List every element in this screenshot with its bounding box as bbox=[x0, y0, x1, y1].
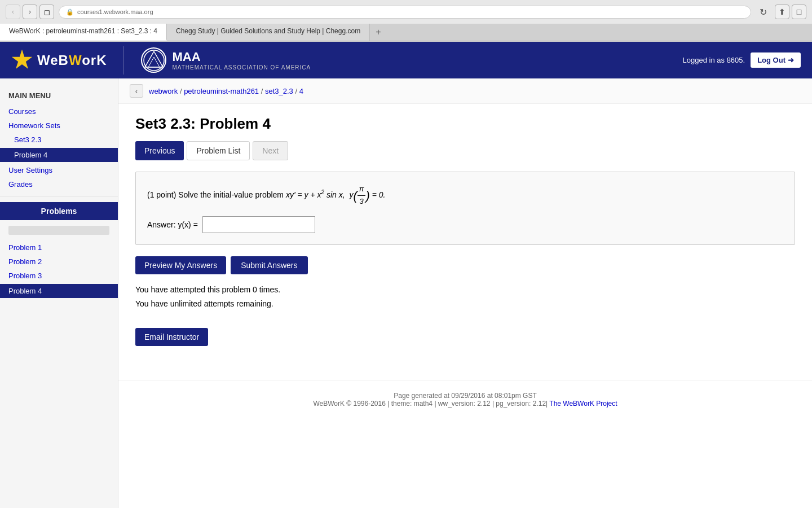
answer-row: Answer: y(x) = bbox=[147, 216, 783, 233]
browser-toolbar: ‹ › ◻ 🔒 courses1.webwork.maa.org ↻ ⬆ □ bbox=[0, 0, 812, 24]
preview-answers-button[interactable]: Preview My Answers bbox=[135, 256, 226, 274]
problems-header: Problems bbox=[0, 202, 118, 220]
sidebar-item-grades[interactable]: Grades bbox=[0, 177, 118, 191]
footer-line1: Page generated at 09/29/2016 at 08:01pm … bbox=[130, 392, 801, 400]
maa-section: MAA MATHEMATICAL ASSOCIATION OF AMERICA bbox=[141, 47, 311, 73]
webwork-logo: WeBWorK bbox=[11, 50, 107, 71]
browser-chrome: ‹ › ◻ 🔒 courses1.webwork.maa.org ↻ ⬆ □ W… bbox=[0, 0, 812, 42]
maa-logo bbox=[141, 47, 166, 73]
math-equation: xy' = y + x2 sin x, y(π3) = 0. bbox=[286, 190, 386, 199]
star-icon bbox=[11, 50, 33, 71]
header-right: Logged in as 8605. Log Out ➜ bbox=[683, 52, 801, 68]
nav-buttons: ‹ › ◻ bbox=[6, 5, 54, 19]
lock-icon: 🔒 bbox=[66, 8, 74, 16]
problem-points: (1 point) bbox=[147, 190, 176, 199]
footer-line2: WeBWorK © 1996-2016 | theme: math4 | ww_… bbox=[130, 400, 801, 408]
breadcrumb: webwork / petroleuminst-math261 / set3_2… bbox=[149, 87, 303, 95]
action-buttons: Preview My Answers Submit Answers bbox=[135, 256, 795, 274]
progress-bar bbox=[8, 226, 109, 235]
problem-list-button[interactable]: Problem List bbox=[187, 141, 250, 160]
main-menu-title: MAIN MENU bbox=[0, 87, 118, 104]
breadcrumb-course[interactable]: petroleuminst-math261 bbox=[184, 87, 259, 95]
problem-box: (1 point) Solve the initial-value proble… bbox=[135, 172, 795, 245]
reload-btn[interactable]: ↻ bbox=[756, 5, 770, 19]
logout-button[interactable]: Log Out ➜ bbox=[751, 52, 801, 68]
breadcrumb-num[interactable]: 4 bbox=[299, 87, 303, 95]
problem-text: (1 point) Solve the initial-value proble… bbox=[147, 183, 783, 208]
breadcrumb-webwork[interactable]: webwork bbox=[149, 87, 178, 95]
webwork-title: WeBWorK bbox=[37, 52, 107, 68]
fullscreen-btn[interactable]: □ bbox=[792, 5, 806, 19]
breadcrumb-back-btn[interactable]: ‹ bbox=[130, 84, 143, 98]
sidebar-item-set3[interactable]: Set3 2.3 bbox=[0, 133, 118, 147]
footer-webwork-link[interactable]: The WeBWorK Project bbox=[549, 400, 617, 408]
browser-tabs: WeBWorK : petroleuminst-math261 : Set3_2… bbox=[0, 24, 812, 41]
page-title: Set3 2.3: Problem 4 bbox=[135, 115, 795, 133]
sidebar-problem3[interactable]: Problem 3 bbox=[0, 269, 118, 283]
sidebar-problem2[interactable]: Problem 2 bbox=[0, 255, 118, 269]
url-text: courses1.webwork.maa.org bbox=[77, 8, 153, 15]
sidebar-item-courses[interactable]: Courses bbox=[0, 104, 118, 119]
tab-chegg[interactable]: Chegg Study | Guided Solutions and Study… bbox=[167, 24, 370, 41]
attempt-info: You have attempted this problem 0 times.… bbox=[135, 283, 795, 311]
email-instructor-button[interactable]: Email Instructor bbox=[135, 328, 208, 346]
sidebar-item-problem4[interactable]: Problem 4 bbox=[0, 148, 118, 162]
back-nav-btn[interactable]: ‹ bbox=[6, 5, 20, 19]
sidebar-problem4-active[interactable]: Problem 4 bbox=[0, 284, 118, 298]
site-footer: Page generated at 09/29/2016 at 08:01pm … bbox=[118, 380, 812, 419]
progress-bar-container bbox=[0, 223, 118, 240]
breadcrumb-bar: ‹ webwork / petroleuminst-math261 / set3… bbox=[118, 78, 812, 104]
address-bar[interactable]: 🔒 courses1.webwork.maa.org bbox=[59, 6, 751, 19]
browser-actions: ⬆ □ bbox=[775, 5, 806, 19]
content-area: Set3 2.3: Problem 4 Previous Problem Lis… bbox=[118, 104, 812, 357]
tab-overview-btn[interactable]: ◻ bbox=[39, 5, 54, 19]
nav-action-buttons: Previous Problem List Next bbox=[135, 141, 795, 160]
previous-button[interactable]: Previous bbox=[135, 141, 184, 160]
new-tab-btn[interactable]: + bbox=[370, 24, 386, 41]
main-content: ‹ webwork / petroleuminst-math261 / set3… bbox=[118, 78, 812, 508]
share-btn[interactable]: ⬆ bbox=[775, 5, 789, 19]
next-button: Next bbox=[253, 141, 288, 160]
submit-answers-button[interactable]: Submit Answers bbox=[231, 256, 307, 274]
forward-nav-btn[interactable]: › bbox=[23, 5, 37, 19]
sidebar-divider bbox=[0, 196, 118, 196]
sidebar-item-homework-sets[interactable]: Homework Sets bbox=[0, 119, 118, 133]
tab-active[interactable]: WeBWorK : petroleuminst-math261 : Set3_2… bbox=[0, 24, 167, 41]
attempt-line2: You have unlimited attempts remaining. bbox=[135, 297, 795, 311]
page-layout: MAIN MENU Courses Homework Sets Set3 2.3… bbox=[0, 78, 812, 508]
attempt-line1: You have attempted this problem 0 times. bbox=[135, 283, 795, 297]
answer-label: Answer: y(x) = bbox=[147, 220, 198, 229]
header-divider bbox=[123, 46, 124, 75]
svg-marker-1 bbox=[145, 51, 163, 67]
sidebar-item-user-settings[interactable]: User Settings bbox=[0, 163, 118, 177]
logged-in-text: Logged in as 8605. bbox=[683, 56, 745, 64]
breadcrumb-set[interactable]: set3_2.3 bbox=[265, 87, 293, 95]
arrow-right-icon: ➜ bbox=[788, 56, 794, 64]
answer-input[interactable] bbox=[202, 216, 315, 233]
sidebar-problem1[interactable]: Problem 1 bbox=[0, 240, 118, 255]
site-header: WeBWorK MAA MATHEMATICAL ASSOCIATION OF … bbox=[0, 42, 812, 78]
sidebar: MAIN MENU Courses Homework Sets Set3 2.3… bbox=[0, 78, 118, 508]
logo-section: WeBWorK MAA MATHEMATICAL ASSOCIATION OF … bbox=[11, 46, 311, 75]
maa-text: MAA MATHEMATICAL ASSOCIATION OF AMERICA bbox=[172, 50, 311, 71]
